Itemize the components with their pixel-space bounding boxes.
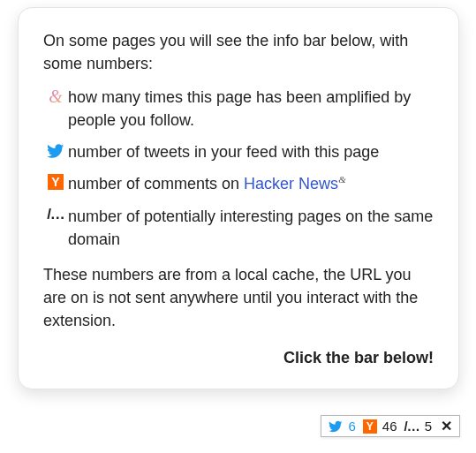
tweet-count: 6 — [348, 419, 355, 434]
legend-item-tweets: number of tweets in your feed with this … — [43, 140, 434, 163]
legend-text-hn: number of comments on Hacker News& — [68, 172, 434, 195]
legend-item-hn: Y number of comments on Hacker News& — [43, 172, 434, 195]
domain-count: 5 — [425, 419, 432, 434]
legend-item-amplified: & how many times this page has been ampl… — [43, 86, 434, 132]
hackernews-link[interactable]: Hacker News — [244, 175, 338, 193]
legend-text-domain: number of potentially interesting pages … — [68, 205, 434, 251]
legend-text-tweets: number of tweets in your feed with this … — [68, 140, 434, 163]
hackernews-icon: Y — [43, 172, 68, 190]
twitter-icon — [329, 419, 343, 434]
domain-icon: /… — [43, 205, 68, 222]
legend-item-domain: /… number of potentially interesting pag… — [43, 205, 434, 251]
cta-text: Click the bar below! — [43, 346, 434, 369]
footer-note: These numbers are from a local cache, th… — [43, 263, 434, 332]
domain-icon: /… — [404, 419, 419, 434]
info-bar[interactable]: 6 Y 46 /… 5 ✕ — [321, 415, 460, 437]
twitter-icon — [43, 140, 68, 160]
legend-text-amplified: how many times this page has been amplif… — [68, 86, 434, 132]
intro-text: On some pages you will see the info bar … — [43, 29, 434, 75]
hackernews-icon: Y — [363, 419, 377, 434]
hn-superscript: & — [338, 174, 346, 185]
info-card: On some pages you will see the info bar … — [18, 7, 459, 389]
ampersand-icon: & — [43, 86, 68, 105]
legend-list: & how many times this page has been ampl… — [43, 86, 434, 251]
hn-count: 46 — [382, 419, 397, 434]
close-icon[interactable]: ✕ — [439, 419, 454, 434]
